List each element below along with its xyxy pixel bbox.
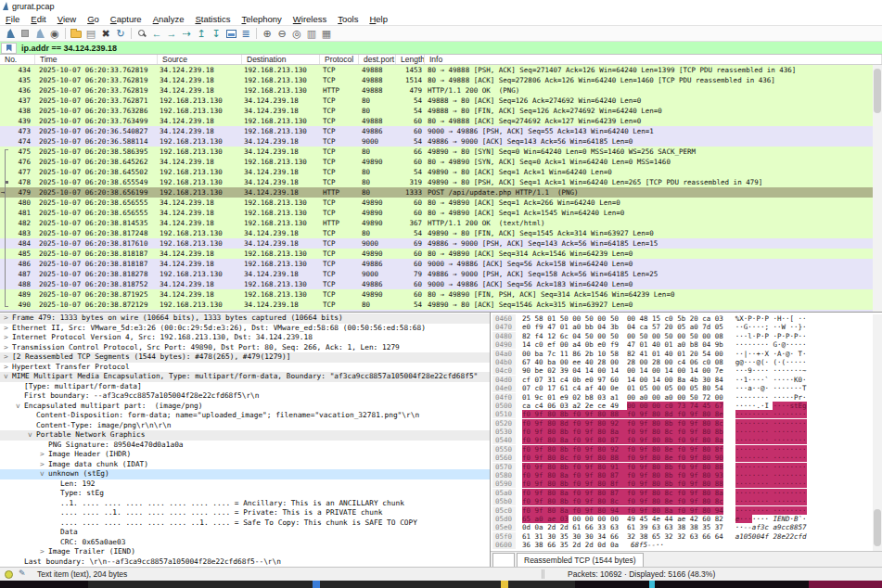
find-packet-icon[interactable] <box>134 27 149 40</box>
open-file-icon[interactable] <box>69 27 83 40</box>
expander-collapsed-icon[interactable]: > <box>40 547 48 557</box>
packet-row[interactable]: 4342025-10-07 06:20:33.76281934.124.239.… <box>0 65 882 75</box>
packet-row[interactable]: 4892025-10-07 06:20:38.87192534.124.239.… <box>0 289 882 300</box>
detail-line-selected[interactable]: vunknown (stEg) <box>0 469 490 479</box>
packet-row[interactable]: 4852025-10-07 06:20:38.81818734.124.239.… <box>0 249 882 259</box>
detail-line[interactable]: >Internet Protocol Version 4, Src: 192.1… <box>0 333 490 343</box>
menu-analyze[interactable]: Analyze <box>147 14 190 24</box>
hex-row[interactable]: 0550f0 9f 80 8b f0 9f 80 92 f0 9f 80 8e … <box>492 445 873 454</box>
expander-expanded-icon[interactable]: v <box>28 430 36 441</box>
column-header-length[interactable]: Length <box>396 55 425 64</box>
packet-row-selected[interactable]: 4792025-10-07 06:20:38.656199192.168.213… <box>0 187 882 198</box>
hex-row[interactable]: 04c090 be 02 39 04 14 00 14 00 14 00 14 … <box>492 366 873 375</box>
packet-row[interactable]: 4802025-10-07 06:20:38.65655534.124.239.… <box>0 198 882 208</box>
save-file-icon[interactable]: ▤ <box>83 27 98 40</box>
column-header-no[interactable]: No. <box>0 55 35 64</box>
expander-collapsed-icon[interactable]: > <box>40 460 48 470</box>
packet-row[interactable]: 4772025-10-07 06:20:38.645502192.168.213… <box>0 167 882 177</box>
detail-line[interactable]: Len: 192 <box>0 479 490 490</box>
expander-collapsed-icon[interactable]: > <box>4 324 12 334</box>
resize-columns-icon[interactable]: ▥ <box>304 27 319 40</box>
filter-bookmark-button[interactable] <box>1 43 17 54</box>
expander-collapsed-icon[interactable]: > <box>4 352 12 363</box>
packet-row[interactable]: 4382025-10-07 06:20:33.763286192.168.213… <box>0 106 882 116</box>
detail-line[interactable]: >Ethernet II, Src: VMware_5d:e3:26 (00:0… <box>0 324 490 334</box>
packet-row[interactable]: 4782025-10-07 06:20:38.655549192.168.213… <box>0 177 882 187</box>
detail-line[interactable]: PNG Signature: 89504e470d0a1a0a <box>0 441 490 451</box>
packet-row[interactable]: 4902025-10-07 06:20:38.872129192.168.213… <box>0 300 882 310</box>
menu-wireless[interactable]: Wireless <box>288 14 332 24</box>
packet-row[interactable]: 4732025-10-07 06:20:36.54082734.124.239.… <box>0 126 882 136</box>
detail-line[interactable]: >Image Header (IHDR) <box>0 450 490 460</box>
column-header-destination[interactable]: Destination <box>242 55 320 64</box>
hex-row[interactable]: 0570f0 9f 80 8b f0 9f 80 91 f0 9f 80 8b … <box>492 463 873 471</box>
packet-row[interactable]: 4352025-10-07 06:20:33.76281934.124.239.… <box>0 75 882 85</box>
detail-line[interactable]: >[2 Reassembled TCP Segments (1544 bytes… <box>0 352 490 363</box>
restart-capture-icon[interactable] <box>32 27 47 40</box>
packet-row[interactable]: 4372025-10-07 06:20:33.762871192.168.213… <box>0 96 882 106</box>
scrollbar-thumb[interactable] <box>874 509 881 546</box>
hex-row[interactable]: 05f061 31 30 35 30 30 34 66 32 38 65 32 … <box>492 532 873 541</box>
menu-tools[interactable]: Tools <box>332 14 364 24</box>
detail-line[interactable]: >Transmission Control Protocol, Src Port… <box>0 343 490 353</box>
hex-row[interactable]: 05e00d 0a 2d 2d 61 66 33 63 61 39 63 63 … <box>492 523 873 531</box>
start-capture-icon[interactable] <box>3 27 18 40</box>
detail-line[interactable]: Type: stEg <box>0 489 490 499</box>
packet-list-scrollbar[interactable] <box>873 65 882 312</box>
packet-row[interactable]: 4882025-10-07 06:20:38.81875234.124.239.… <box>0 279 882 289</box>
packet-row[interactable]: 4752025-10-07 06:20:38.586395192.168.213… <box>0 147 882 157</box>
packet-row[interactable]: 4362025-10-07 06:20:33.76281934.124.239.… <box>0 85 882 96</box>
column-header-destport[interactable]: dest.port <box>359 55 396 64</box>
expander-expanded-icon[interactable]: v <box>40 469 48 479</box>
go-last-packet-icon[interactable]: ↧ <box>209 27 224 40</box>
hex-row[interactable]: 0520f0 9f 80 8d f0 9f 80 92 f0 9f 80 8b … <box>492 419 873 428</box>
capture-options-icon[interactable]: ◉ <box>47 27 62 40</box>
expander-collapsed-icon[interactable]: > <box>4 313 12 324</box>
display-filter-input[interactable]: ip.addr == 34.124.239.18 <box>17 44 117 53</box>
menu-capture[interactable]: Capture <box>105 14 147 24</box>
menu-edit[interactable]: Edit <box>25 14 51 24</box>
packet-row[interactable]: 4842025-10-07 06:20:38.817610192.168.213… <box>0 238 882 249</box>
packet-row[interactable]: 4862025-10-07 06:20:38.81818734.124.239.… <box>0 259 882 269</box>
column-header-time[interactable]: Time <box>35 55 158 64</box>
detail-line[interactable]: vMIME Multipart Media Encapsulation, Typ… <box>0 372 490 382</box>
hex-row[interactable]: 0590f0 9f 80 8b f0 9f 80 8f f0 9f 80 8b … <box>492 479 873 488</box>
menu-statistics[interactable]: Statistics <box>189 14 236 24</box>
detail-line[interactable]: vPortable Network Graphics <box>0 430 490 441</box>
hex-row[interactable]: 048082 f4 12 6c 04 50 00 50 00 50 00 50 … <box>492 332 873 340</box>
layout-icon[interactable]: ▦ <box>319 27 334 40</box>
packet-row[interactable]: 4742025-10-07 06:20:36.588114192.168.213… <box>0 136 882 147</box>
hex-row[interactable]: 060036 38 66 35 2d 2d 0d 0a68f5--·· <box>492 541 873 549</box>
detail-line[interactable]: .... .... .... .... .... .... ..1. .... … <box>0 518 490 529</box>
detail-line[interactable]: ..1. .... .... .... .... .... .... .... … <box>0 499 490 509</box>
stop-capture-icon[interactable] <box>18 27 32 40</box>
hex-row[interactable]: 0580f0 9f 80 8a f0 9f 80 87 f0 9f 80 8b … <box>492 471 873 479</box>
detail-line[interactable]: CRC: 0x65a0ae03 <box>0 538 490 548</box>
detail-line[interactable]: First boundary: --af3ca9cc8857a105004f28… <box>0 391 490 402</box>
detail-line[interactable]: >Image Trailer (IEND) <box>0 547 490 557</box>
menu-telephony[interactable]: Telephony <box>236 14 288 24</box>
menu-go[interactable]: Go <box>82 14 105 24</box>
packet-row[interactable]: 4392025-10-07 06:20:33.76349934.124.239.… <box>0 116 882 126</box>
hex-row[interactable]: 04f001 9c 01 e9 02 b8 03 a1 00 a0 00 a0 … <box>492 393 873 402</box>
packet-row[interactable]: 4872025-10-07 06:20:38.818278192.168.213… <box>0 269 882 279</box>
column-header-info[interactable]: Info <box>425 55 882 64</box>
expert-info-icon[interactable] <box>5 570 13 579</box>
zoom-out-icon[interactable]: ⊖ <box>275 27 289 40</box>
expander-collapsed-icon[interactable]: > <box>4 363 12 373</box>
autoscroll-icon[interactable] <box>224 27 238 40</box>
hex-row[interactable]: 049014 c0 ef 00 a4 0b e0 f9 47 01 40 01 … <box>492 340 873 349</box>
expander-collapsed-icon[interactable]: > <box>40 450 48 460</box>
packet-row[interactable]: 4832025-10-07 06:20:38.817248192.168.213… <box>0 228 882 238</box>
hex-row[interactable]: 046025 58 01 50 00 50 00 50 00 48 15 c0 … <box>492 314 873 323</box>
hex-row[interactable]: 05c0f0 9f 80 8a f0 9f 80 94 f0 9f 80 8a … <box>492 506 873 515</box>
go-first-packet-icon[interactable]: ↥ <box>194 27 209 40</box>
column-header-protocol[interactable]: Protocol <box>320 55 359 64</box>
hex-row[interactable]: 0510f0 9f 80 8b f0 9f 80 88 f0 9f 80 8d … <box>492 410 873 418</box>
expander-expanded-icon[interactable]: v <box>16 402 24 412</box>
colorize-icon[interactable]: ≣ <box>238 27 253 40</box>
detail-line[interactable]: Last boundary: \r\n--af3ca9cc8857a105004… <box>0 557 490 568</box>
go-to-packet-icon[interactable]: ⇢ <box>179 27 194 40</box>
tab-frame[interactable] <box>492 553 515 567</box>
scrollbar-thumb[interactable] <box>874 69 881 113</box>
